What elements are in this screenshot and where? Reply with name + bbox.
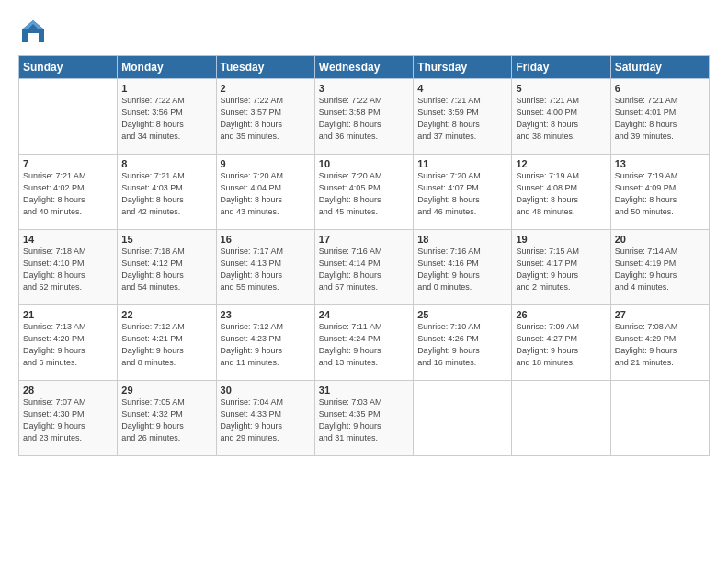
day-info: Sunrise: 7:21 AMSunset: 3:59 PMDaylight:… (417, 95, 507, 143)
calendar-cell: 14Sunrise: 7:18 AMSunset: 4:10 PMDayligh… (19, 230, 118, 305)
day-info: Sunrise: 7:16 AMSunset: 4:16 PMDaylight:… (417, 246, 507, 293)
day-number: 17 (319, 234, 409, 245)
calendar-cell: 31Sunrise: 7:03 AMSunset: 4:35 PMDayligh… (314, 381, 413, 456)
logo-icon (18, 17, 48, 46)
day-number: 24 (319, 309, 409, 320)
day-info: Sunrise: 7:09 AMSunset: 4:27 PMDaylight:… (516, 321, 606, 369)
day-info: Sunrise: 7:22 AMSunset: 3:58 PMDaylight:… (319, 95, 409, 143)
day-number: 21 (23, 309, 113, 320)
calendar-cell: 5Sunrise: 7:21 AMSunset: 4:00 PMDaylight… (512, 79, 610, 155)
day-number: 14 (23, 234, 113, 245)
col-header-monday: Monday (118, 56, 216, 79)
day-info: Sunrise: 7:20 AMSunset: 4:07 PMDaylight:… (417, 170, 507, 218)
calendar-cell: 2Sunrise: 7:22 AMSunset: 3:57 PMDaylight… (216, 79, 314, 155)
calendar-week-row: 14Sunrise: 7:18 AMSunset: 4:10 PMDayligh… (19, 230, 710, 305)
calendar-cell: 22Sunrise: 7:12 AMSunset: 4:21 PMDayligh… (118, 305, 216, 381)
calendar-cell: 20Sunrise: 7:14 AMSunset: 4:19 PMDayligh… (610, 230, 709, 305)
calendar-cell (512, 381, 610, 456)
day-number: 12 (516, 158, 606, 169)
day-number: 18 (417, 234, 507, 245)
day-info: Sunrise: 7:03 AMSunset: 4:35 PMDaylight:… (319, 396, 409, 444)
calendar-cell: 30Sunrise: 7:04 AMSunset: 4:33 PMDayligh… (216, 381, 314, 456)
calendar-cell: 21Sunrise: 7:13 AMSunset: 4:20 PMDayligh… (19, 305, 118, 381)
day-number: 28 (23, 385, 113, 396)
calendar-cell: 3Sunrise: 7:22 AMSunset: 3:58 PMDaylight… (314, 79, 413, 155)
day-info: Sunrise: 7:21 AMSunset: 4:03 PMDaylight:… (121, 170, 211, 218)
day-info: Sunrise: 7:22 AMSunset: 3:56 PMDaylight:… (121, 95, 211, 143)
day-number: 8 (121, 158, 211, 169)
calendar-cell: 29Sunrise: 7:05 AMSunset: 4:32 PMDayligh… (118, 381, 216, 456)
day-number: 31 (319, 385, 409, 396)
col-header-thursday: Thursday (414, 56, 512, 79)
calendar-cell: 6Sunrise: 7:21 AMSunset: 4:01 PMDaylight… (610, 79, 709, 155)
svg-rect-2 (28, 33, 39, 42)
calendar-cell: 28Sunrise: 7:07 AMSunset: 4:30 PMDayligh… (19, 381, 118, 456)
day-info: Sunrise: 7:12 AMSunset: 4:21 PMDaylight:… (121, 321, 211, 369)
calendar-cell: 19Sunrise: 7:15 AMSunset: 4:17 PMDayligh… (512, 230, 610, 305)
calendar-cell: 4Sunrise: 7:21 AMSunset: 3:59 PMDaylight… (414, 79, 512, 155)
day-number: 9 (221, 158, 311, 169)
day-number: 4 (417, 83, 507, 94)
calendar-week-row: 1Sunrise: 7:22 AMSunset: 3:56 PMDaylight… (19, 79, 710, 155)
calendar-cell: 27Sunrise: 7:08 AMSunset: 4:29 PMDayligh… (610, 305, 709, 381)
calendar-cell: 18Sunrise: 7:16 AMSunset: 4:16 PMDayligh… (414, 230, 512, 305)
day-info: Sunrise: 7:18 AMSunset: 4:12 PMDaylight:… (121, 246, 211, 293)
day-number: 22 (121, 309, 211, 320)
calendar-cell: 25Sunrise: 7:10 AMSunset: 4:26 PMDayligh… (414, 305, 512, 381)
day-info: Sunrise: 7:20 AMSunset: 4:05 PMDaylight:… (319, 170, 409, 218)
calendar-week-row: 28Sunrise: 7:07 AMSunset: 4:30 PMDayligh… (19, 381, 710, 456)
day-info: Sunrise: 7:05 AMSunset: 4:32 PMDaylight:… (121, 396, 211, 444)
calendar-cell: 10Sunrise: 7:20 AMSunset: 4:05 PMDayligh… (314, 155, 413, 230)
calendar-table: SundayMondayTuesdayWednesdayThursdayFrid… (18, 55, 710, 456)
calendar-cell: 8Sunrise: 7:21 AMSunset: 4:03 PMDaylight… (118, 155, 216, 230)
calendar-cell (414, 381, 512, 456)
day-info: Sunrise: 7:13 AMSunset: 4:20 PMDaylight:… (23, 321, 113, 369)
col-header-sunday: Sunday (19, 56, 118, 79)
calendar-week-row: 7Sunrise: 7:21 AMSunset: 4:02 PMDaylight… (19, 155, 710, 230)
day-number: 29 (121, 385, 211, 396)
calendar-cell: 16Sunrise: 7:17 AMSunset: 4:13 PMDayligh… (216, 230, 314, 305)
calendar-cell: 12Sunrise: 7:19 AMSunset: 4:08 PMDayligh… (512, 155, 610, 230)
col-header-saturday: Saturday (610, 56, 709, 79)
day-number: 11 (417, 158, 507, 169)
day-info: Sunrise: 7:19 AMSunset: 4:08 PMDaylight:… (516, 170, 606, 218)
day-number: 5 (516, 83, 606, 94)
calendar-cell: 24Sunrise: 7:11 AMSunset: 4:24 PMDayligh… (314, 305, 413, 381)
calendar-cell: 15Sunrise: 7:18 AMSunset: 4:12 PMDayligh… (118, 230, 216, 305)
day-number: 3 (319, 83, 409, 94)
day-number: 10 (319, 158, 409, 169)
day-info: Sunrise: 7:19 AMSunset: 4:09 PMDaylight:… (615, 170, 705, 218)
day-info: Sunrise: 7:22 AMSunset: 3:57 PMDaylight:… (221, 95, 311, 143)
day-info: Sunrise: 7:17 AMSunset: 4:13 PMDaylight:… (221, 246, 311, 293)
day-number: 1 (121, 83, 211, 94)
day-number: 20 (615, 234, 705, 245)
col-header-wednesday: Wednesday (314, 56, 413, 79)
calendar-header-row: SundayMondayTuesdayWednesdayThursdayFrid… (19, 56, 710, 79)
day-number: 26 (516, 309, 606, 320)
calendar-week-row: 21Sunrise: 7:13 AMSunset: 4:20 PMDayligh… (19, 305, 710, 381)
day-info: Sunrise: 7:16 AMSunset: 4:14 PMDaylight:… (319, 246, 409, 293)
calendar-cell: 11Sunrise: 7:20 AMSunset: 4:07 PMDayligh… (414, 155, 512, 230)
day-info: Sunrise: 7:04 AMSunset: 4:33 PMDaylight:… (221, 396, 311, 444)
day-number: 6 (615, 83, 705, 94)
day-info: Sunrise: 7:21 AMSunset: 4:02 PMDaylight:… (23, 170, 113, 218)
day-info: Sunrise: 7:07 AMSunset: 4:30 PMDaylight:… (23, 396, 113, 444)
calendar-cell: 17Sunrise: 7:16 AMSunset: 4:14 PMDayligh… (314, 230, 413, 305)
day-info: Sunrise: 7:21 AMSunset: 4:00 PMDaylight:… (516, 95, 606, 143)
day-info: Sunrise: 7:14 AMSunset: 4:19 PMDaylight:… (615, 246, 705, 293)
day-number: 16 (221, 234, 311, 245)
col-header-friday: Friday (512, 56, 610, 79)
calendar-cell: 1Sunrise: 7:22 AMSunset: 3:56 PMDaylight… (118, 79, 216, 155)
day-info: Sunrise: 7:12 AMSunset: 4:23 PMDaylight:… (221, 321, 311, 369)
day-number: 27 (615, 309, 705, 320)
calendar-cell (610, 381, 709, 456)
calendar-cell: 7Sunrise: 7:21 AMSunset: 4:02 PMDaylight… (19, 155, 118, 230)
day-number: 19 (516, 234, 606, 245)
day-info: Sunrise: 7:20 AMSunset: 4:04 PMDaylight:… (221, 170, 311, 218)
day-info: Sunrise: 7:21 AMSunset: 4:01 PMDaylight:… (615, 95, 705, 143)
day-number: 7 (23, 158, 113, 169)
day-number: 30 (221, 385, 311, 396)
day-number: 2 (221, 83, 311, 94)
header (18, 17, 710, 46)
day-number: 25 (417, 309, 507, 320)
